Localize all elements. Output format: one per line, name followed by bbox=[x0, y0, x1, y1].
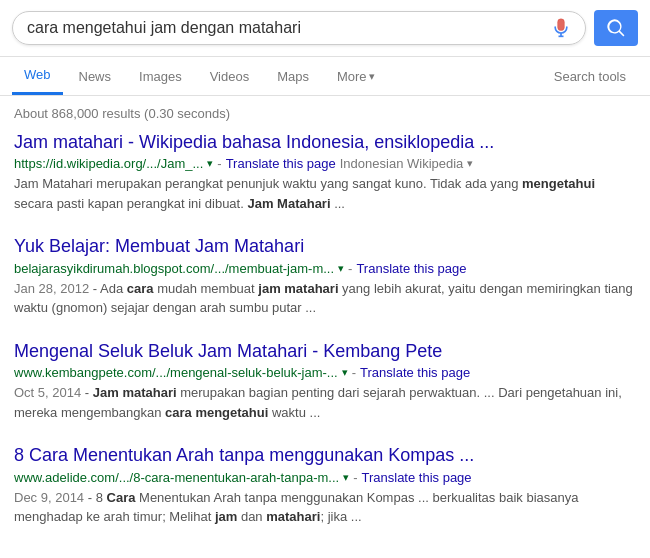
result-snippet: Oct 5, 2014 - Jam matahari merupakan bag… bbox=[14, 383, 636, 422]
result-item: Yuk Belajar: Membuat Jam Matahari belaja… bbox=[14, 235, 636, 317]
tab-search-tools[interactable]: Search tools bbox=[542, 59, 638, 94]
tab-maps[interactable]: Maps bbox=[265, 59, 321, 94]
result-url-row: https://id.wikipedia.org/.../Jam_... ▾ -… bbox=[14, 156, 636, 171]
more-dropdown-icon: ▾ bbox=[369, 70, 375, 83]
translate-link[interactable]: Translate this page bbox=[362, 470, 472, 485]
result-snippet: Jam Matahari merupakan perangkat penunju… bbox=[14, 174, 636, 213]
source-dropdown-icon[interactable]: ▾ bbox=[467, 157, 473, 170]
result-url: www.adelide.com/.../8-cara-menentukan-ar… bbox=[14, 470, 339, 485]
separator: - bbox=[217, 156, 221, 171]
result-date: Jan 28, 2012 bbox=[14, 281, 89, 296]
result-item: 8 Cara Menentukan Arah tanpa menggunakan… bbox=[14, 444, 636, 526]
result-title[interactable]: Jam matahari - Wikipedia bahasa Indonesi… bbox=[14, 131, 636, 154]
translate-link[interactable]: Translate this page bbox=[226, 156, 336, 171]
result-title[interactable]: Yuk Belajar: Membuat Jam Matahari bbox=[14, 235, 636, 258]
result-url: belajarasyikdirumah.blogspot.com/.../mem… bbox=[14, 261, 334, 276]
results-count: About 868,000 results (0.30 seconds) bbox=[0, 96, 650, 127]
search-bar: cara mengetahui jam dengan matahari bbox=[0, 0, 650, 57]
result-url-row: www.kembangpete.com/.../mengenal-seluk-b… bbox=[14, 365, 636, 380]
separator: - bbox=[353, 470, 357, 485]
result-url-row: belajarasyikdirumah.blogspot.com/.../mem… bbox=[14, 261, 636, 276]
separator: - bbox=[348, 261, 352, 276]
search-input[interactable]: cara mengetahui jam dengan matahari bbox=[27, 19, 551, 37]
url-dropdown-icon[interactable]: ▾ bbox=[338, 262, 344, 275]
result-url: https://id.wikipedia.org/.../Jam_... bbox=[14, 156, 203, 171]
url-dropdown-icon[interactable]: ▾ bbox=[342, 366, 348, 379]
nav-tabs: Web News Images Videos Maps More ▾ Searc… bbox=[0, 57, 650, 96]
result-url: www.kembangpete.com/.../mengenal-seluk-b… bbox=[14, 365, 338, 380]
result-snippet: Jan 28, 2012 - Ada cara mudah membuat ja… bbox=[14, 279, 636, 318]
search-input-wrapper: cara mengetahui jam dengan matahari bbox=[12, 11, 586, 45]
source-badge: Indonesian Wikipedia bbox=[340, 156, 464, 171]
search-button-icon bbox=[606, 18, 626, 38]
separator: - bbox=[352, 365, 356, 380]
result-date: Oct 5, 2014 bbox=[14, 385, 81, 400]
translate-link[interactable]: Translate this page bbox=[360, 365, 470, 380]
tab-web[interactable]: Web bbox=[12, 57, 63, 95]
result-title[interactable]: 8 Cara Menentukan Arah tanpa menggunakan… bbox=[14, 444, 636, 467]
results-container: Jam matahari - Wikipedia bahasa Indonesi… bbox=[0, 127, 650, 553]
result-item: Mengenal Seluk Beluk Jam Matahari - Kemb… bbox=[14, 340, 636, 422]
mic-icon[interactable] bbox=[551, 18, 571, 38]
result-snippet: Dec 9, 2014 - 8 Cara Menentukan Arah tan… bbox=[14, 488, 636, 527]
result-item: Jam matahari - Wikipedia bahasa Indonesi… bbox=[14, 131, 636, 213]
tab-more[interactable]: More ▾ bbox=[325, 59, 387, 94]
tab-images[interactable]: Images bbox=[127, 59, 194, 94]
tab-videos[interactable]: Videos bbox=[198, 59, 262, 94]
url-dropdown-icon[interactable]: ▾ bbox=[343, 471, 349, 484]
result-url-row: www.adelide.com/.../8-cara-menentukan-ar… bbox=[14, 470, 636, 485]
translate-link[interactable]: Translate this page bbox=[356, 261, 466, 276]
tab-news[interactable]: News bbox=[67, 59, 124, 94]
search-button[interactable] bbox=[594, 10, 638, 46]
result-date: Dec 9, 2014 bbox=[14, 490, 84, 505]
url-dropdown-icon[interactable]: ▾ bbox=[207, 157, 213, 170]
result-title[interactable]: Mengenal Seluk Beluk Jam Matahari - Kemb… bbox=[14, 340, 636, 363]
